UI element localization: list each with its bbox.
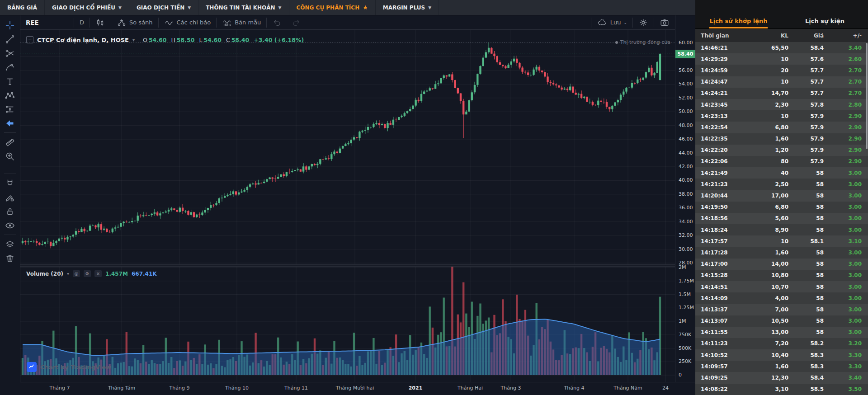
tab-trade-history[interactable]: Lịch sử khớp lệnh	[695, 14, 782, 28]
cell-price: 57.7	[788, 67, 824, 74]
menu-item-giao-d-ch-c-phi-u[interactable]: GIAO DỊCH CỔ PHIẾU▼	[45, 0, 129, 15]
candlestick-chart[interactable]	[20, 30, 675, 264]
indicators-button[interactable]: Các chỉ báo	[160, 15, 216, 29]
visibility-icon[interactable]: ◎	[73, 270, 80, 277]
tab-event-history[interactable]: Lịch sự kiện	[782, 14, 868, 28]
menu-item-label: CÔNG CỤ PHÂN TÍCH	[297, 5, 360, 11]
cell-time: 14:17:28	[701, 249, 746, 256]
scrollbar-thumb[interactable]	[866, 43, 868, 149]
price-tick: 48.00	[679, 122, 693, 128]
collapse-pane-icon[interactable]: −	[26, 36, 33, 43]
toolbar-separator	[111, 18, 111, 28]
cell-change: 3.20	[824, 340, 862, 347]
gear-icon[interactable]: ⚙	[84, 270, 91, 277]
volume-pane[interactable]: Volume (20) ▾ ◎ ⚙ × 1.457M 667.41K Chart…	[20, 267, 675, 382]
chevron-down-icon[interactable]: ▾	[132, 38, 135, 42]
price-pane[interactable]: − CTCP Cơ điện lạnh, D, HOSE ▾ O 54.60 H…	[20, 30, 675, 264]
panel-tabs: Lịch sử khớp lệnh Lịch sự kiện	[695, 14, 868, 29]
cell-change: 3.00	[824, 215, 862, 221]
hide-all-drawings-tool[interactable]	[2, 218, 18, 232]
toolbar-separator	[591, 18, 591, 28]
volume-chart[interactable]	[20, 267, 675, 382]
volume-title[interactable]: Volume (20)	[26, 271, 63, 277]
chevron-down-icon: ▼	[118, 5, 122, 10]
menu-item-giao-d-ch-ti-n[interactable]: GIAO DỊCH TIỀN▼	[129, 0, 198, 15]
table-row: 14:22:546,8057.92.90	[695, 122, 868, 133]
chart-style-button[interactable]	[91, 15, 110, 29]
time-axis-label: Tháng 10	[225, 385, 249, 391]
brush-tool[interactable]	[2, 60, 18, 74]
price-axis[interactable]: 60.0058.0056.0054.0052.0050.0048.0046.00…	[675, 15, 695, 382]
cell-change: 3.00	[824, 227, 862, 233]
magnet-tool[interactable]	[2, 176, 18, 190]
redo-button[interactable]	[287, 15, 306, 29]
save-layout-button[interactable]: Lưu ⌄	[592, 15, 632, 29]
menu-item-margin-plus[interactable]: MARGIN PLUS▼	[376, 0, 439, 15]
cell-price: 58	[788, 170, 824, 176]
price-tick: 38.00	[679, 191, 693, 197]
snapshot-button[interactable]	[655, 15, 674, 29]
cell-change: 2.90	[824, 136, 862, 142]
table-row: 14:29:291057.62.60	[695, 53, 868, 65]
open-label: O	[143, 37, 147, 43]
settings-button[interactable]	[634, 15, 653, 29]
object-tree-tool[interactable]	[2, 237, 18, 251]
cell-price: 58	[788, 204, 824, 210]
cell-time: 14:24:21	[701, 90, 746, 96]
price-tick: 54.00	[679, 81, 693, 87]
cell-time: 14:24:59	[701, 67, 746, 74]
cell-change: 2.70	[824, 90, 862, 96]
price-tick: 42.00	[679, 164, 693, 169]
stay-drawing-mode-tool[interactable]	[2, 190, 18, 204]
ruler-tool[interactable]	[2, 135, 18, 149]
menu-item-th-ng-tin-t-i-kho-n[interactable]: THÔNG TIN TÀI KHOẢN▼	[198, 0, 289, 15]
lock-drawings-tool[interactable]	[2, 204, 18, 218]
cell-time: 14:46:21	[701, 45, 746, 51]
open-value: 54.60	[149, 37, 167, 43]
cell-price: 57.8	[788, 102, 824, 108]
zoom-in-tool[interactable]	[2, 149, 18, 163]
table-row: 14:11:5513,00583.00	[695, 327, 868, 338]
forecast-position-tool[interactable]	[2, 102, 18, 116]
cell-volume: 3,10	[746, 386, 788, 392]
cell-change: 2.70	[824, 67, 862, 74]
cell-change: 3.00	[824, 261, 862, 267]
close-value: 58.40	[231, 37, 250, 43]
crosshair-icon	[5, 20, 15, 31]
cell-price: 58	[788, 181, 824, 188]
text-tool[interactable]	[2, 74, 18, 88]
crosshair-tool[interactable]	[2, 18, 18, 32]
menu-item-c-ng-c-ph-n-t-ch[interactable]: CÔNG CỤ PHÂN TÍCH★	[289, 0, 376, 15]
cell-price: 58	[788, 284, 824, 290]
cell-price: 57.9	[788, 124, 824, 131]
table-row: 14:10:5210,4058.33.30	[695, 349, 868, 361]
table-row: 14:13:377,00583.00	[695, 304, 868, 315]
time-axis-label: Tháng Năm	[613, 385, 642, 391]
remove-drawings-tool[interactable]	[2, 251, 18, 265]
remove-drawings-icon	[5, 253, 15, 264]
top-menu-bar: BẢNG GIÁGIAO DỊCH CỔ PHIẾU▼GIAO DỊCH TIỀ…	[0, 0, 695, 15]
trade-history-panel: Lịch sử khớp lệnh Lịch sự kiện Thời gian…	[695, 0, 868, 395]
cell-volume: 5,60	[746, 215, 788, 221]
menu-item-b-ng-gi-[interactable]: BẢNG GIÁ	[0, 0, 45, 15]
compare-button[interactable]: So sánh	[112, 15, 157, 29]
time-axis[interactable]: Tháng 7Tháng TámTháng 9Tháng 10Tháng 11T…	[20, 382, 695, 395]
hide-drawings-arrow-tool[interactable]	[2, 116, 18, 130]
undo-button[interactable]	[268, 15, 287, 29]
menu-item-label: MARGIN PLUS	[383, 5, 425, 11]
symbol-search-button[interactable]: REE	[20, 19, 73, 26]
chevron-down-icon[interactable]: ▾	[67, 271, 69, 276]
indicators-label: Các chỉ báo	[177, 19, 211, 26]
cell-price: 57.7	[788, 90, 824, 96]
xabcd-pattern-tool[interactable]	[2, 88, 18, 102]
pitchfork-tool[interactable]	[2, 46, 18, 60]
close-icon[interactable]: ×	[94, 270, 102, 277]
table-row: 14:08:223,1058.53.50	[695, 384, 868, 395]
price-tick: 40.00	[679, 177, 693, 183]
trend-line-tool[interactable]	[2, 32, 18, 46]
cell-volume: 80	[746, 158, 788, 165]
col-price: Giá	[788, 33, 824, 39]
symbol-title[interactable]: CTCP Cơ điện lạnh, D, HOSE	[37, 37, 129, 43]
templates-button[interactable]: Bản mẫu	[217, 15, 265, 29]
interval-button[interactable]: D	[75, 15, 89, 29]
